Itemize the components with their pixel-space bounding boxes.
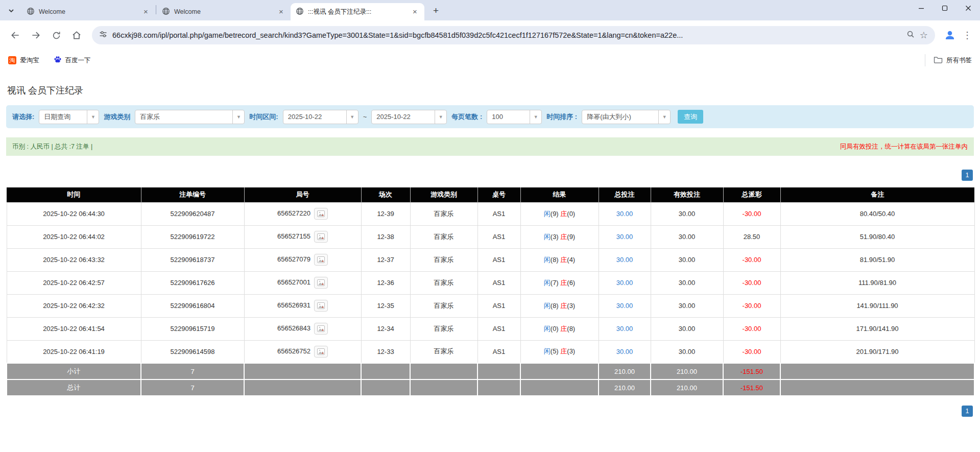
- total-bet-link[interactable]: 30.00: [616, 210, 633, 218]
- cell-valid-bet: 30.00: [651, 248, 723, 271]
- table-row: 2025-10-22 06:41:54522909615719656526843…: [7, 317, 974, 340]
- column-header: 时间: [7, 187, 141, 202]
- cell-result: 闲(5) 庄(3): [520, 340, 599, 363]
- total-bet-link[interactable]: 30.00: [616, 279, 633, 287]
- banker-result-label: 庄: [560, 325, 567, 332]
- currency-summary: 币别 : 人民币 | 总共 :7 注单 |: [12, 142, 92, 151]
- round-number-text: 656527001: [277, 278, 310, 286]
- url-text[interactable]: 66cxkj98.com/ipl/portal.php/game/betreco…: [112, 31, 901, 39]
- globe-icon: [27, 7, 35, 17]
- zoom-magnifier-icon[interactable]: [906, 30, 915, 40]
- round-image-button[interactable]: [314, 300, 328, 312]
- round-image-button[interactable]: [314, 277, 328, 289]
- bookmark-taobao[interactable]: 淘 爱淘宝: [8, 56, 39, 65]
- page-1-button[interactable]: 1: [962, 170, 973, 181]
- maximize-button[interactable]: [933, 0, 957, 16]
- round-image-button[interactable]: [314, 208, 328, 220]
- cell-remark: 141.90/111.90: [780, 294, 974, 317]
- tab-close-icon[interactable]: ×: [277, 8, 285, 16]
- close-window-button[interactable]: [957, 0, 980, 16]
- tab-close-icon[interactable]: ×: [411, 8, 419, 16]
- reload-button[interactable]: [47, 26, 65, 44]
- page-1-button[interactable]: 1: [962, 406, 973, 417]
- round-image-button[interactable]: [314, 231, 328, 243]
- cell-table-number: AS1: [477, 248, 520, 271]
- query-type-select[interactable]: 日期查询▼: [39, 110, 99, 124]
- minimize-button[interactable]: [910, 0, 933, 16]
- date-to-select[interactable]: 2025-10-22▼: [371, 110, 447, 124]
- tab-bet-record-active[interactable]: :::视讯 会员下注纪录::: ×: [291, 3, 424, 20]
- total-bet-link[interactable]: 30.00: [616, 325, 633, 332]
- total-bet-link[interactable]: 30.00: [616, 302, 633, 310]
- forward-arrow-icon: [31, 30, 41, 40]
- tab-divider: [156, 5, 156, 14]
- summary-payout: -151.50: [723, 363, 780, 379]
- cell-round-number: 656527079: [244, 248, 361, 271]
- all-bookmarks-button[interactable]: 所有书签: [925, 54, 972, 66]
- total-bet-link[interactable]: 30.00: [616, 348, 633, 355]
- picture-icon: [317, 279, 325, 286]
- round-number-text: 656527220: [277, 209, 310, 217]
- person-icon: [944, 29, 956, 41]
- tab-welcome-1[interactable]: Welcome ×: [21, 3, 155, 20]
- tab-welcome-2[interactable]: Welcome ×: [157, 3, 291, 20]
- browser-window: Welcome × Welcome × :::视讯 会员下注纪录::: × + …: [0, 0, 980, 417]
- round-image-button[interactable]: [314, 323, 328, 335]
- cell-game-type: 百家乐: [410, 271, 477, 294]
- cell-remark: 111.90/81.90: [780, 271, 974, 294]
- picture-icon: [317, 325, 325, 332]
- date-from-select[interactable]: 2025-10-22▼: [283, 110, 358, 124]
- browser-menu-icon[interactable]: ⋮: [961, 30, 974, 41]
- tab-search-button[interactable]: [4, 4, 18, 18]
- game-type-select[interactable]: 百家乐▼: [135, 110, 245, 124]
- player-result-label: 闲: [544, 302, 551, 310]
- player-result-label: 闲: [544, 256, 551, 264]
- cell-time: 2025-10-22 06:42:32: [7, 294, 141, 317]
- profile-avatar[interactable]: [941, 27, 959, 44]
- cell-total-bet: 30.00: [599, 294, 651, 317]
- cell-payout: -30.00: [723, 340, 780, 363]
- summary-count: 7: [141, 363, 244, 379]
- cell-valid-bet: 30.00: [651, 271, 723, 294]
- round-number-text: 656527079: [277, 255, 310, 263]
- search-button[interactable]: 查询: [678, 110, 703, 124]
- per-page-select[interactable]: 100▼: [487, 110, 542, 124]
- column-header: 桌号: [477, 187, 520, 202]
- cell-result: 闲(7) 庄(6): [520, 271, 599, 294]
- round-image-button[interactable]: [314, 254, 328, 266]
- globe-icon: [296, 7, 304, 17]
- chevron-down-icon: ▼: [435, 110, 446, 124]
- total-bet-link[interactable]: 30.00: [616, 233, 633, 241]
- round-image-button[interactable]: [314, 346, 328, 358]
- new-tab-button[interactable]: +: [429, 4, 443, 17]
- summary-valid-bet: 210.00: [651, 363, 723, 379]
- cell-session: 12-38: [361, 225, 410, 248]
- home-button[interactable]: [67, 26, 86, 44]
- cell-total-bet: 30.00: [599, 340, 651, 363]
- back-button[interactable]: [6, 26, 25, 44]
- site-info-icon[interactable]: [99, 30, 107, 40]
- cell-bet-number: 522909617626: [141, 271, 244, 294]
- time-sort-select[interactable]: 降幂(由大到小)▼: [582, 110, 671, 124]
- page-content: 视讯 会员下注纪录 请选择: 日期查询▼ 游戏类别 百家乐▼ 时间区间: 202…: [0, 84, 980, 417]
- total-bet-link[interactable]: 30.00: [616, 256, 633, 264]
- range-separator: ~: [363, 113, 367, 121]
- url-bar[interactable]: 66cxkj98.com/ipl/portal.php/game/betreco…: [92, 26, 935, 44]
- cell-payout: -30.00: [723, 317, 780, 340]
- summary-payout: -151.50: [723, 379, 780, 396]
- cell-session: 12-34: [361, 317, 410, 340]
- cell-time: 2025-10-22 06:42:57: [7, 271, 141, 294]
- cell-round-number: 656526843: [244, 317, 361, 340]
- player-result-score: (3): [551, 233, 559, 241]
- tab-title: Welcome: [39, 8, 137, 15]
- column-header: 有效投注: [651, 187, 723, 202]
- chevron-down-icon: ▼: [87, 110, 99, 124]
- bookmark-star-icon[interactable]: ☆: [920, 31, 928, 40]
- tab-title: Welcome: [174, 8, 273, 15]
- time-sort-label: 时间排序 :: [546, 112, 577, 122]
- cell-round-number: 656527220: [244, 202, 361, 225]
- summary-total-bet: 210.00: [599, 379, 651, 396]
- forward-button[interactable]: [27, 26, 45, 44]
- tab-close-icon[interactable]: ×: [141, 8, 150, 16]
- bookmark-baidu[interactable]: 百度一下: [54, 56, 91, 65]
